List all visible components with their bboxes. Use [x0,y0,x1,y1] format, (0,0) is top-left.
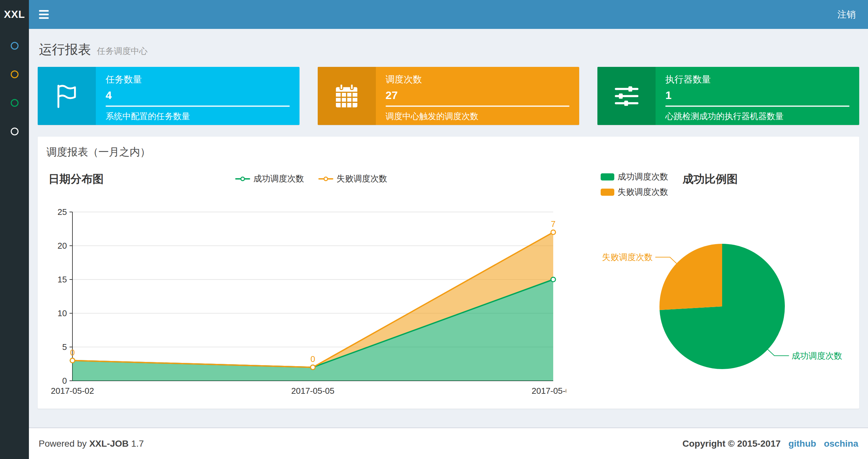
info-box-label: 任务数量 [105,73,290,86]
flag-icon [52,81,82,111]
circle-icon [11,128,19,135]
line-chart-title: 日期分布图 [49,172,104,187]
legend-label: 失败调度次数 [337,173,387,185]
legend-item-success[interactable]: 成功调度次数 [235,173,304,185]
circle-icon [11,99,19,107]
line-legend-marker [318,178,333,179]
copyright: Copyright © 2015-2017 github oschina [683,438,858,449]
legend-label: 失败调度次数 [618,186,668,198]
pie-chart-legend: 成功调度次数 失败调度次数 [601,171,668,198]
sidebar [0,29,29,459]
powered-by: Powered by XXL-JOB 1.7 [39,438,144,449]
info-box-row: 任务数量 4 系统中配置的任务数量 [38,67,859,125]
svg-text:失败调度次数: 失败调度次数 [602,252,653,262]
legend-marker-dot [240,176,245,181]
legend-item-fail[interactable]: 失败调度次数 [318,173,387,185]
info-box-value: 4 [105,89,290,102]
hamburger-icon [39,13,49,15]
legend-label: 成功调度次数 [253,173,304,185]
pie-chart-svg[interactable]: 成功调度次数失败调度次数 [576,198,850,373]
legend-item-success[interactable]: 成功调度次数 [601,171,668,183]
info-box-desc: 调度中心触发的调度次数 [385,111,570,122]
line-chart-header: 日期分布图 成功调度次数 失败调度次数 [46,168,576,189]
logout-button[interactable]: 注销 [825,0,868,29]
sidebar-item-executors[interactable] [0,117,29,146]
page-subtitle: 任务调度中心 [97,46,148,56]
sidebar-toggle-button[interactable] [29,0,59,29]
pie-chart-header: 成功调度次数 失败调度次数 成功比例图 [601,168,850,198]
copyright-text: Copyright © 2015-2017 [683,438,781,449]
legend-item-fail[interactable]: 失败调度次数 [601,186,668,198]
page-title: 运行报表 [39,42,91,57]
calendar-icon [332,82,361,110]
info-box-progress [385,105,570,107]
info-box-icon-area [597,67,655,125]
svg-text:2017-05-08: 2017-05-08 [532,386,566,396]
circle-icon [11,42,19,50]
github-link[interactable]: github [788,438,816,449]
report-panel: 调度报表（一月之内） 日期分布图 成功调度次数 失败调度次数 [38,137,859,409]
info-box-progress [665,105,849,107]
info-box-content: 任务数量 4 系统中配置的任务数量 [96,67,300,125]
product-name: XXL-JOB [89,438,129,449]
pie-chart-title: 成功比例图 [683,172,738,187]
legend-marker-dot [323,176,328,181]
info-box-desc: 系统中配置的任务数量 [105,111,290,122]
sliders-icon [612,82,641,110]
hamburger-icon [39,10,49,12]
legend-label: 成功调度次数 [618,171,668,183]
line-chart-section: 日期分布图 成功调度次数 失败调度次数 05101520252017-05-02… [46,168,576,400]
info-box-executor-count: 执行器数量 1 心跳检测成功的执行器机器数量 [597,67,859,125]
info-box-value: 1 [665,89,849,102]
svg-text:15: 15 [58,274,67,284]
panel-title: 调度报表（一月之内） [38,137,859,166]
sidebar-item-jobs[interactable] [0,60,29,89]
circle-icon [11,70,19,78]
content-area: 运行报表 任务调度中心 任务数量 4 系统中配置的任务数量 [29,29,868,427]
svg-text:7: 7 [551,219,556,229]
line-legend-marker [235,178,250,179]
pie-chart-section: 成功调度次数 失败调度次数 成功比例图 成功调度次数失败调度次数 [576,168,850,400]
powered-by-prefix: Powered by [39,438,87,449]
info-box-label: 调度次数 [385,73,570,86]
svg-text:2017-05-02: 2017-05-02 [51,386,94,396]
svg-text:0: 0 [70,348,75,357]
info-box-label: 执行器数量 [665,73,849,86]
info-box-desc: 心跳检测成功的执行器机器数量 [665,111,849,122]
top-navbar: XXL 注销 [0,0,868,29]
legend-swatch [601,173,614,181]
sidebar-item-report[interactable] [0,32,29,60]
info-box-icon-area [38,67,96,125]
line-chart-svg[interactable]: 05101520252017-05-022017-05-052017-05-08… [46,189,566,400]
info-box-trigger-count: 调度次数 27 调度中心触发的调度次数 [318,67,580,125]
svg-text:5: 5 [62,342,67,352]
info-box-icon-area [318,67,376,125]
svg-text:0: 0 [311,354,315,364]
footer: Powered by XXL-JOB 1.7 Copyright © 2015-… [29,427,868,459]
app-logo[interactable]: XXL [0,0,29,29]
info-box-value: 27 [385,89,570,102]
line-chart-legend: 成功调度次数 失败调度次数 [46,168,576,185]
info-box-progress [105,105,290,107]
sidebar-item-logs[interactable] [0,89,29,117]
legend-swatch [601,189,614,196]
panel-body: 日期分布图 成功调度次数 失败调度次数 05101520252017-05-02… [38,166,859,409]
page-header: 运行报表 任务调度中心 [38,29,859,67]
info-box-content: 执行器数量 1 心跳检测成功的执行器机器数量 [655,67,859,125]
svg-text:成功调度次数: 成功调度次数 [792,351,842,361]
product-version: 1.7 [131,438,144,449]
navbar-spacer [59,0,825,29]
svg-text:10: 10 [58,308,67,318]
oschina-link[interactable]: oschina [824,438,858,449]
svg-text:2017-05-05: 2017-05-05 [291,386,335,396]
svg-text:25: 25 [58,207,67,217]
hamburger-icon [39,17,49,19]
svg-text:20: 20 [58,241,67,251]
info-box-job-count: 任务数量 4 系统中配置的任务数量 [38,67,300,125]
info-box-content: 调度次数 27 调度中心触发的调度次数 [376,67,580,125]
svg-text:0: 0 [62,376,67,386]
